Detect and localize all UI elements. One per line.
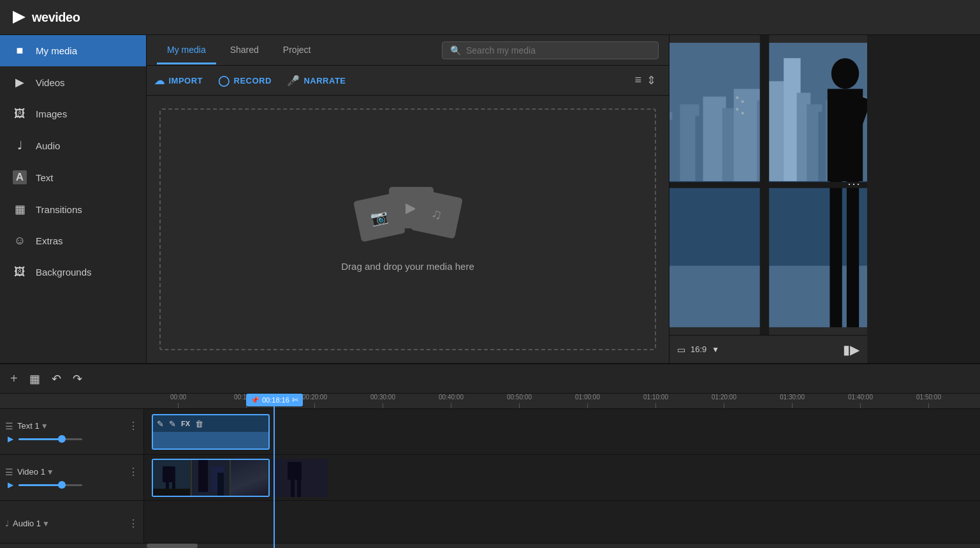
my-media-icon: ■ (13, 44, 27, 57)
tab-project[interactable]: Project (273, 37, 321, 64)
search-input[interactable] (466, 45, 650, 56)
track-view-button[interactable]: ▦ (27, 369, 43, 389)
drop-zone-illustration: 📷 ▶ ♫ (357, 187, 459, 251)
redo-button[interactable]: ↷ (70, 369, 85, 389)
track-header-audio1: ♩ Audio 1 ▼ ⋮ (0, 501, 144, 543)
extras-icon: ☺ (13, 234, 27, 248)
volume-slider-text1[interactable] (18, 438, 82, 440)
images-icon: 🖼 (13, 107, 27, 121)
narrate-button[interactable]: 🎤 NARRATE (287, 75, 346, 87)
ruler-tick-10 (860, 403, 861, 408)
undo-button[interactable]: ↶ (49, 369, 64, 389)
volume-slider-video1[interactable] (18, 484, 82, 486)
ruler-tick-5 (519, 403, 520, 408)
sidebar-item-audio[interactable]: ♩ Audio (0, 130, 146, 161)
preview-end-button[interactable]: ▮▶ (843, 342, 859, 357)
sidebar: ■ My media ▶ Videos 🖼 Images ♩ Audio A T… (0, 35, 147, 363)
ruler-mark-7: 01:10:00 (622, 394, 690, 408)
aspect-ratio-icon: ▭ (677, 344, 685, 355)
sidebar-label-my-media: My media (36, 45, 77, 56)
track-more-audio1[interactable]: ⋮ (128, 517, 138, 529)
sidebar-item-transitions[interactable]: ▦ Transitions (0, 193, 146, 225)
track-more-video1[interactable]: ⋮ (128, 466, 138, 478)
ruler-time-4: 00:40:00 (439, 394, 464, 401)
track-name-video1: Video 1 (17, 467, 45, 477)
import-button[interactable]: ☁ IMPORT (154, 75, 203, 87)
clip-pen-btn[interactable]: ✎ (169, 419, 176, 429)
sidebar-item-videos[interactable]: ▶ Videos (0, 66, 146, 98)
track-header-top-video1: ☰ Video 1 ▼ ⋮ (5, 466, 138, 478)
logo: wevideo (10, 8, 80, 26)
logo-icon (10, 8, 28, 26)
track-more-text1[interactable]: ⋮ (128, 420, 138, 432)
track-header-top-text1: ☰ Text 1 ▼ ⋮ (5, 420, 138, 432)
svg-rect-20 (863, 112, 867, 181)
svg-rect-35 (163, 466, 175, 482)
clip-delete-btn[interactable]: 🗑 (195, 419, 203, 429)
ruler-tick-8 (724, 403, 724, 408)
tab-shared[interactable]: Shared (220, 37, 269, 64)
scrollbar-thumb[interactable] (147, 544, 198, 548)
sidebar-item-text[interactable]: A Text (0, 161, 146, 193)
clip-fx-btn[interactable]: FX (181, 420, 190, 427)
track-name-audio1: Audio 1 (13, 519, 41, 528)
track-arrow-video1[interactable]: ▼ (47, 468, 54, 477)
logo-text: wevideo (32, 10, 80, 25)
playhead[interactable]: 📌 00:18:16 ✄ (246, 394, 303, 548)
track-audio1: ♩ Audio 1 ▼ ⋮ (0, 501, 980, 543)
sidebar-item-extras[interactable]: ☺ Extras (0, 225, 146, 256)
drop-zone[interactable]: 📷 ▶ ♫ Drag and drop your media here (159, 108, 656, 350)
drop-card-3: ♫ (411, 189, 463, 239)
track-arrow-text1[interactable]: ▼ (41, 422, 48, 431)
sidebar-label-transitions: Transitions (36, 204, 82, 215)
timeline-scrollbar[interactable] (0, 543, 980, 548)
aspect-ratio-chevron[interactable]: ▼ (712, 345, 719, 354)
scissors-icon: ✄ (292, 396, 298, 404)
track-arrow-audio1[interactable]: ▼ (42, 519, 50, 528)
sidebar-label-backgrounds: Backgrounds (36, 267, 92, 278)
svg-rect-40 (198, 460, 208, 492)
record-button[interactable]: ◯ RECORD (218, 75, 272, 87)
volume-fill-video1 (18, 484, 60, 486)
narrate-label: NARRATE (304, 76, 346, 85)
track-name-text1: Text 1 (17, 421, 40, 431)
search-bar: 🔍 (442, 41, 659, 59)
sidebar-label-videos: Videos (36, 77, 65, 88)
sidebar-item-images[interactable]: 🖼 Images (0, 98, 146, 130)
sort-icon-2[interactable]: ⇕ (647, 73, 656, 87)
ruler-time-8: 01:20:00 (712, 394, 736, 401)
sort-icon-1[interactable]: ≡ (634, 73, 641, 87)
audio-icon: ♩ (13, 138, 27, 152)
playhead-label: 📌 00:18:16 ✄ (246, 394, 303, 406)
more-options-button[interactable]: ⋮ (847, 178, 862, 192)
ruler-mark-11: 01:50:00 (895, 394, 963, 408)
main-area: ■ My media ▶ Videos 🖼 Images ♩ Audio A T… (0, 35, 980, 363)
sidebar-label-text: Text (36, 172, 54, 183)
ruler-tick-2 (314, 403, 315, 408)
toolbar: ☁ IMPORT ◯ RECORD 🎤 NARRATE ≡ ⇕ (147, 66, 669, 96)
ruler-time-9: 01:30:00 (780, 394, 805, 401)
track-header-inner-video1: ☰ Video 1 ▼ ⋮ ▶ (5, 466, 138, 489)
ruler-mark-6: 01:00:00 (553, 394, 622, 408)
sidebar-item-backgrounds[interactable]: 🖼 Backgrounds (0, 256, 146, 288)
ruler-tick-4 (451, 403, 451, 408)
sidebar-item-my-media[interactable]: ■ My media (0, 35, 146, 66)
ruler-time-6: 01:00:00 (575, 394, 600, 401)
ruler-tick-0 (178, 403, 179, 408)
narrate-icon: 🎤 (287, 75, 300, 87)
clip-edit-btn[interactable]: ✎ (157, 419, 164, 429)
record-label: RECORD (234, 76, 272, 85)
aspect-ratio-label: 16:9 (691, 344, 706, 354)
ruler-time-11: 01:50:00 (916, 394, 941, 401)
volume-thumb-text1 (58, 435, 66, 443)
svg-point-26 (831, 58, 859, 89)
track-volume-text1: ▶ (5, 434, 138, 443)
svg-rect-30 (847, 177, 859, 335)
svg-rect-29 (830, 177, 842, 335)
tab-my-media[interactable]: My media (157, 37, 216, 64)
add-track-button[interactable]: + (8, 369, 20, 389)
preview-panel: ⋮ ▭ 16:9 ▼ ▮▶ (669, 35, 867, 363)
timeline: + ▦ ↶ ↷ 00:00 00:10:00 00:20:00 00:30:00… (0, 363, 980, 548)
ruler-tick-9 (792, 403, 793, 408)
ruler-time-3: 00:30:00 (370, 394, 395, 401)
